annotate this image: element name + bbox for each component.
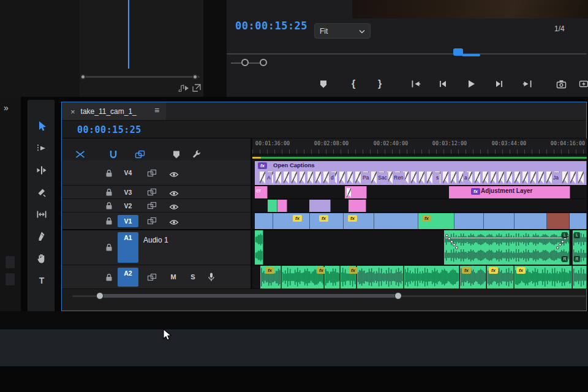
v2-clip[interactable]	[268, 200, 277, 212]
v2-clip[interactable]	[349, 200, 366, 212]
volume-rubber-band[interactable]	[445, 238, 568, 238]
playback-resolution-value[interactable]: 1/4	[554, 24, 579, 33]
a2-audio-clip[interactable]	[573, 266, 587, 288]
v2-clip[interactable]	[277, 200, 287, 212]
fx-badge[interactable]: fx	[265, 267, 274, 274]
sync-lock-icon[interactable]	[147, 202, 157, 213]
fx-badge[interactable]: fx	[293, 215, 302, 222]
go-to-in-button[interactable]	[410, 78, 421, 89]
rail-panel-tab[interactable]	[6, 256, 15, 268]
keyframe-dot[interactable]	[450, 240, 453, 243]
track-header-a1[interactable]: A1Audio 1	[62, 230, 251, 265]
track-header-v2[interactable]: V2	[62, 199, 251, 213]
track-header-v4[interactable]: V4	[62, 160, 251, 186]
fx-badge[interactable]: fx	[422, 215, 431, 222]
timeline-ruler[interactable]: 00:01:36:0000:02:08:0000:02:40:0000:03:1…	[252, 138, 587, 154]
keyframe-dot[interactable]	[455, 246, 458, 249]
source-zoom-scrollbar[interactable]	[83, 76, 200, 78]
timeline-timecode[interactable]: 00:00:15:25	[77, 124, 141, 135]
track-id-v4[interactable]: V4	[118, 160, 138, 186]
timeline-tab[interactable]: × take_11_cam_1_	[62, 102, 166, 121]
nest-toggle-icon[interactable]	[75, 149, 86, 159]
sync-lock-icon[interactable]	[147, 273, 157, 284]
v1-clip[interactable]	[273, 213, 310, 229]
timeline-zoom-handle-right[interactable]	[394, 292, 402, 300]
lock-icon[interactable]	[104, 187, 114, 200]
razor-tool[interactable]	[36, 186, 48, 198]
play-around-icon[interactable]	[178, 83, 189, 94]
close-icon[interactable]: ×	[70, 107, 75, 116]
go-to-out-button[interactable]	[522, 78, 533, 89]
timeline-display-settings-icon[interactable]	[191, 149, 202, 159]
button-editor-button[interactable]	[578, 78, 588, 89]
solo-button[interactable]: S	[189, 273, 197, 281]
fx-badge[interactable]: fx	[516, 267, 526, 274]
expand-panel-chevrons[interactable]: »	[4, 103, 8, 113]
program-scrubber[interactable]	[227, 53, 587, 55]
add-marker-icon[interactable]	[171, 149, 182, 159]
selection-tool[interactable]	[36, 120, 48, 132]
step-back-button[interactable]	[437, 78, 448, 89]
a1-audio-clip[interactable]	[255, 230, 263, 265]
pen-tool[interactable]	[36, 230, 48, 243]
a1-audio-clip[interactable]: LR	[444, 230, 570, 265]
mark-in-button[interactable]: {	[348, 78, 359, 89]
lock-icon[interactable]	[104, 243, 114, 255]
caption-text-fragment[interactable]: Ren	[393, 172, 405, 183]
track-select-forward-tool[interactable]	[36, 142, 48, 154]
track-header-v1[interactable]: V1	[62, 213, 251, 230]
lock-icon[interactable]	[104, 168, 114, 181]
track-visibility-eye-icon[interactable]	[169, 202, 179, 213]
keyframe-dot[interactable]	[448, 237, 451, 240]
lock-icon[interactable]	[104, 201, 114, 213]
hand-tool[interactable]	[36, 252, 48, 265]
program-zoom-handle-right[interactable]	[260, 59, 267, 66]
lock-icon[interactable]	[104, 216, 114, 228]
track-id-v2[interactable]: V2	[118, 199, 138, 213]
panel-menu-icon[interactable]: ≡	[154, 105, 159, 115]
track-header-v3[interactable]: V3	[62, 186, 251, 199]
v1-clip[interactable]	[484, 213, 514, 229]
track-target-a1[interactable]: A1	[118, 232, 138, 263]
fx-badge[interactable]: fx	[349, 267, 358, 274]
zoom-level-select[interactable]: Fit	[314, 23, 371, 39]
track-header-a2[interactable]: A2MS	[62, 265, 251, 289]
caption-text-fragment[interactable]: s	[435, 172, 440, 183]
rail-panel-tab[interactable]	[6, 273, 15, 285]
v2-clip[interactable]	[309, 200, 331, 212]
keyframe-dot[interactable]	[453, 243, 456, 246]
caption-text-fragment[interactable]: A	[266, 172, 272, 183]
sync-lock-icon[interactable]	[147, 188, 157, 199]
v3-clip[interactable]	[345, 186, 367, 198]
track-target-a2[interactable]: A2	[118, 268, 138, 287]
caption-item[interactable]	[347, 188, 351, 198]
caption-text-fragment[interactable]: Sac	[377, 172, 388, 183]
sync-lock-icon[interactable]	[147, 169, 157, 180]
v1-clip[interactable]	[547, 213, 570, 229]
program-zoom-handle-left[interactable]	[241, 59, 249, 66]
v1-clip[interactable]	[514, 213, 547, 229]
sequence-tab-title[interactable]: take_11_cam_1_	[81, 107, 137, 116]
a2-audio-clip[interactable]	[325, 266, 340, 288]
a2-audio-clip[interactable]	[404, 266, 459, 288]
fx-badge[interactable]: fx	[348, 215, 357, 222]
play-button[interactable]	[466, 78, 477, 89]
source-scroll-handle-right[interactable]	[192, 74, 198, 80]
a2-audio-clip[interactable]	[357, 266, 404, 288]
export-media-icon[interactable]	[192, 83, 202, 94]
v1-clip[interactable]	[570, 213, 587, 229]
fx-badge[interactable]: fx	[258, 162, 267, 169]
v3-clip[interactable]: Adjustment Layer	[449, 186, 570, 198]
source-scroll-handle-left[interactable]	[80, 74, 86, 80]
track-visibility-eye-icon[interactable]	[169, 170, 179, 181]
track-id-v3[interactable]: V3	[118, 186, 138, 199]
track-target-v1[interactable]: V1	[118, 215, 138, 227]
fx-badge[interactable]: fx	[462, 267, 471, 274]
a1-audio-clip[interactable]: LR	[573, 230, 587, 265]
v1-clip[interactable]	[255, 213, 273, 229]
keyframe-dot[interactable]	[445, 234, 448, 237]
keyframe-dot[interactable]	[559, 243, 562, 246]
source-playhead[interactable]	[128, 0, 129, 69]
v3-clip[interactable]: er	[255, 186, 268, 198]
track-visibility-eye-icon[interactable]	[169, 217, 179, 228]
